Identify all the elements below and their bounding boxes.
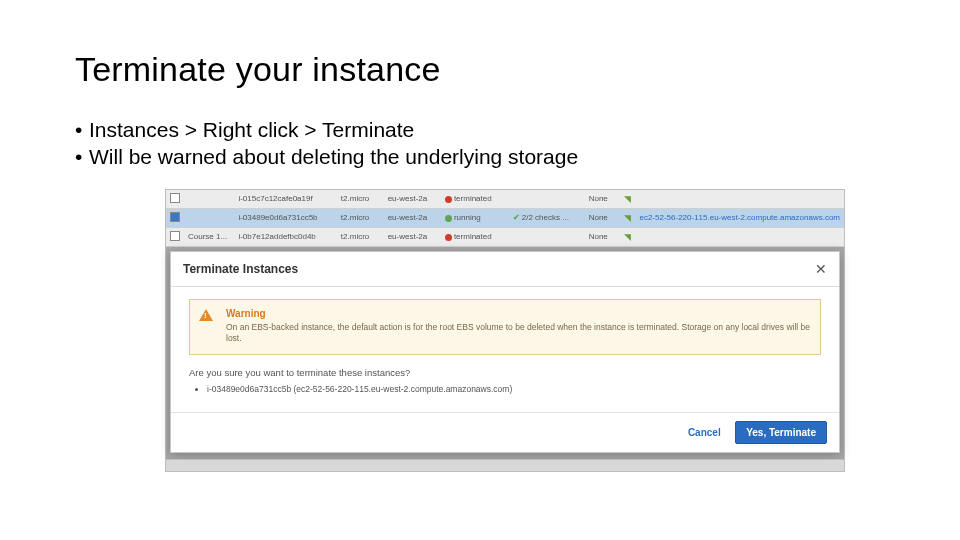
check-pass-icon: ✔	[513, 213, 520, 222]
cancel-button[interactable]: Cancel	[688, 427, 721, 438]
bullet-item: Instances > Right click > Terminate	[75, 117, 885, 144]
alarm-edit-icon[interactable]: ◥	[624, 213, 631, 223]
bullet-item: Will be warned about deleting the underl…	[75, 144, 885, 171]
state-dot-icon	[445, 196, 452, 203]
warning-heading: Warning	[226, 308, 810, 319]
state-dot-icon	[445, 234, 452, 241]
terminate-button[interactable]: Yes, Terminate	[735, 421, 827, 444]
row-checkbox[interactable]	[170, 231, 180, 241]
confirm-item: i-03489e0d6a731cc5b (ec2-52-56-220-115.e…	[207, 384, 821, 394]
warning-box: Warning On an EBS-backed instance, the d…	[189, 299, 821, 355]
terminate-dialog: Terminate Instances ✕ Warning On an EBS-…	[170, 251, 840, 453]
confirm-question: Are you sure you want to terminate these…	[189, 367, 821, 378]
alarm-edit-icon[interactable]: ◥	[624, 232, 631, 242]
row-checkbox[interactable]	[170, 193, 180, 203]
table-row[interactable]: Course 1... i-0b7e12addefbc0d4b t2.micro…	[166, 227, 844, 246]
state-dot-icon	[445, 215, 452, 222]
slide-title: Terminate your instance	[75, 50, 885, 89]
aws-console-screenshot: i-015c7c12cafe0a19f t2.micro eu-west-2a …	[165, 189, 845, 472]
dialog-title: Terminate Instances	[183, 262, 298, 276]
slide-bullets: Instances > Right click > Terminate Will…	[75, 117, 885, 171]
confirm-list: i-03489e0d6a731cc5b (ec2-52-56-220-115.e…	[189, 384, 821, 394]
warning-icon	[199, 309, 213, 321]
table-row[interactable]: i-03489e0d6a731cc5b t2.micro eu-west-2a …	[166, 208, 844, 227]
table-row[interactable]: i-015c7c12cafe0a19f t2.micro eu-west-2a …	[166, 190, 844, 209]
footer-strip	[166, 459, 844, 471]
instances-table: i-015c7c12cafe0a19f t2.micro eu-west-2a …	[166, 190, 844, 247]
close-icon[interactable]: ✕	[815, 261, 827, 277]
warning-text: On an EBS-backed instance, the default a…	[226, 322, 810, 345]
row-checkbox[interactable]	[170, 212, 180, 222]
alarm-edit-icon[interactable]: ◥	[624, 194, 631, 204]
